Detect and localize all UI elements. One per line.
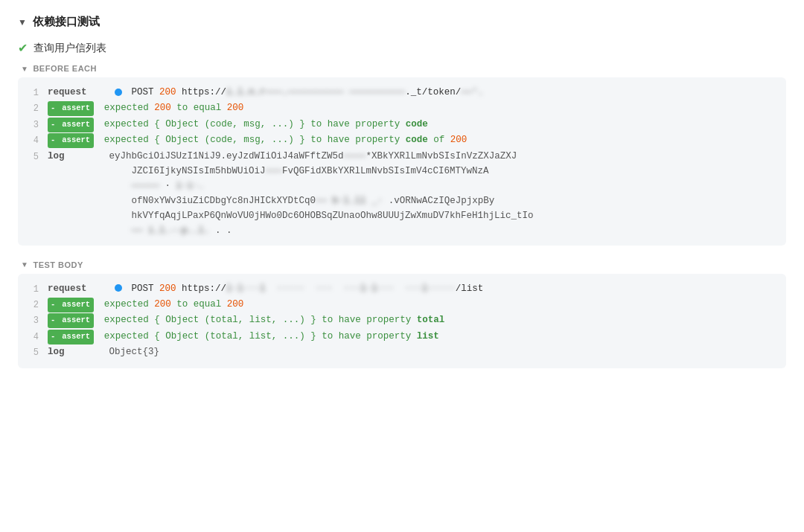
- row-content: request POST 200 https://l·l···l ····· ·…: [48, 281, 776, 297]
- row-content: request POST 200 https://i.l.n.r───.────…: [48, 85, 776, 100]
- before-each-label: ▼ BEFORE EACH: [18, 64, 786, 73]
- line-number: 3: [28, 313, 39, 328]
- line-number: 1: [28, 85, 39, 100]
- chevron-down-icon: ▼: [18, 17, 27, 28]
- row-content: -assert expected { Object (total, list, …: [48, 329, 776, 344]
- table-row: 2 -assert expected 200 to equal 200: [28, 297, 776, 313]
- table-row: 1 request POST 200 https://i.l.n.r───.──…: [28, 85, 776, 100]
- row-content: log eyJhbGciOiJSUzI1NiJ9.eyJzdWIiOiJ4aWF…: [48, 149, 776, 238]
- before-each-section: ▼ BEFORE EACH 1 request POST 200 https:/…: [18, 64, 786, 246]
- line-number: 3: [28, 117, 39, 132]
- row-content: -assert expected 200 to equal 200: [48, 297, 776, 313]
- table-row: 5 log Object{3}: [28, 344, 776, 360]
- line-number: 1: [28, 281, 39, 297]
- check-icon: ✔: [18, 41, 28, 55]
- row-content: -assert expected 200 to equal 200: [48, 100, 776, 116]
- table-row: 1 request POST 200 https://l·l···l ·····…: [28, 281, 776, 297]
- row-content: log Object{3}: [48, 344, 776, 359]
- section-title-text: 依赖接口测试: [33, 15, 100, 29]
- test-item: ✔ 查询用户信列表 ▼ BEFORE EACH 1 request POST 2…: [18, 41, 786, 368]
- dot-icon: [115, 89, 122, 96]
- table-row: 4 -assert expected { Object (code, msg, …: [28, 132, 776, 148]
- table-row: 3 -assert expected { Object (code, msg, …: [28, 117, 776, 132]
- section-title: ▼ 依赖接口测试: [18, 15, 786, 29]
- row-content: -assert expected { Object (total, list, …: [48, 313, 776, 328]
- row-content: -assert expected { Object (code, msg, ..…: [48, 117, 776, 132]
- line-number: 4: [28, 329, 39, 344]
- line-number: 2: [28, 297, 39, 313]
- line-number: 2: [28, 100, 39, 116]
- chevron-right-icon: ▼: [21, 260, 28, 269]
- test-body-section: ▼ TEST BODY 1 request POST 200 https://l…: [18, 260, 786, 368]
- test-name: 查询用户信列表: [34, 42, 106, 55]
- test-item-header: ✔ 查询用户信列表: [18, 41, 786, 55]
- table-row: 2 -assert expected 200 to equal 200: [28, 100, 776, 116]
- line-number: 5: [28, 149, 39, 164]
- row-content: -assert expected { Object (code, msg, ..…: [48, 132, 776, 148]
- table-row: 3 -assert expected { Object (total, list…: [28, 313, 776, 328]
- table-row: 4 -assert expected { Object (total, list…: [28, 329, 776, 344]
- test-body-label: ▼ TEST BODY: [18, 260, 786, 269]
- line-number: 4: [28, 132, 39, 148]
- before-each-code-block: 1 request POST 200 https://i.l.n.r───.──…: [18, 77, 786, 246]
- chevron-right-icon: ▼: [21, 65, 28, 73]
- dot-icon: [115, 284, 122, 292]
- table-row: 5 log eyJhbGciOiJSUzI1NiJ9.eyJzdWIiOiJ4a…: [28, 149, 776, 238]
- test-body-code-block: 1 request POST 200 https://l·l···l ·····…: [18, 274, 786, 368]
- line-number: 5: [28, 344, 39, 360]
